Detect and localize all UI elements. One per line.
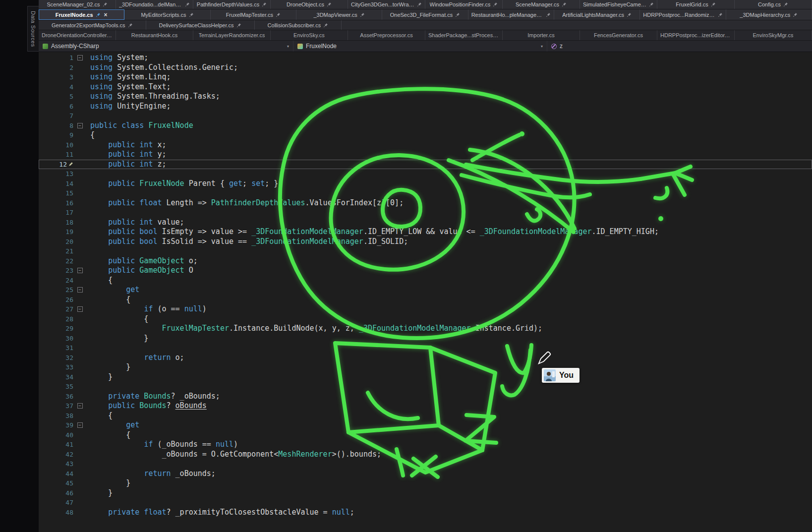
tab[interactable]: DroneOrientationController.cs <box>39 30 116 40</box>
code-line[interactable]: 28 { <box>39 314 812 324</box>
code-line[interactable]: 22 public GameObject o; <box>39 256 812 266</box>
tab[interactable]: RestaurantHook.cs <box>116 30 193 40</box>
tab[interactable]: ArtificialLightsManager.cs <box>554 9 640 20</box>
code-line[interactable]: 46 } <box>39 488 812 498</box>
tab[interactable]: RestaurantHo...pleManager.cs <box>468 9 554 20</box>
tab[interactable]: ShaderPackage...stProcessor.cs <box>425 30 503 40</box>
code-line[interactable]: 25− get <box>39 285 812 295</box>
tab[interactable]: EnviroSkyMgr.cs <box>735 30 812 40</box>
pin-icon[interactable] <box>627 12 632 17</box>
pin-icon[interactable] <box>236 23 241 28</box>
code-line[interactable]: 19 public bool IsEmpty => value >= _3DFo… <box>39 227 812 237</box>
pin-icon[interactable] <box>189 12 194 17</box>
fold-collapse-icon[interactable]: − <box>77 403 83 409</box>
tab[interactable]: MyEditorScripts.cs <box>124 9 210 20</box>
code-line-active[interactable]: 12 public int z; <box>39 160 812 170</box>
pin-icon[interactable] <box>262 2 267 7</box>
pin-icon[interactable] <box>185 2 190 7</box>
fold-collapse-icon[interactable]: − <box>77 422 83 428</box>
code-line[interactable]: 11 public int y; <box>39 150 812 160</box>
code-line[interactable]: 15 <box>39 188 812 198</box>
tab[interactable]: FencesGenerator.cs <box>580 30 657 40</box>
pin-icon[interactable] <box>323 23 328 28</box>
tab-active[interactable]: FruxelNode.cs× <box>39 9 124 20</box>
code-line[interactable]: 9{ <box>39 130 812 140</box>
code-line[interactable]: 32 return o; <box>39 353 812 363</box>
pin-icon[interactable] <box>562 2 567 7</box>
tab[interactable]: FruxelGrid.cs <box>657 0 735 9</box>
code-line[interactable]: 5using System.Threading.Tasks; <box>39 92 812 102</box>
pin-icon[interactable] <box>493 2 498 7</box>
code-line[interactable]: 31 <box>39 343 812 353</box>
code-line[interactable]: 20 public bool IsSolid => value == _3DFo… <box>39 237 812 247</box>
code-line[interactable]: 44 return _oBounds; <box>39 469 812 479</box>
code-editor[interactable]: 1−using System;2using System.Collections… <box>39 52 812 532</box>
code-line[interactable]: 29 FruxelMapTester.Instance.BuildNode(x,… <box>39 324 812 334</box>
code-line[interactable]: 23− public GameObject O <box>39 266 812 276</box>
code-line[interactable]: 37− public Bounds? oBounds <box>39 401 812 411</box>
fold-collapse-icon[interactable]: − <box>77 287 83 293</box>
code-line[interactable]: 18 public int value; <box>39 218 812 228</box>
tab[interactable]: Generator2ExportMapTools.cs <box>39 20 146 30</box>
tab[interactable]: HDRPPostproc...izerEditor.cs <box>657 30 735 40</box>
member-dropdown[interactable]: z <box>547 41 812 52</box>
code-line[interactable]: 39− get <box>39 420 812 430</box>
code-line[interactable]: 36 private Bounds? _oBounds; <box>39 392 812 402</box>
tab[interactable]: PathfinderDepthValues.cs <box>193 0 271 9</box>
code-line[interactable]: 21 <box>39 246 812 256</box>
tab[interactable]: WindowPositionFinder.cs <box>425 0 503 9</box>
code-line[interactable]: 48 private float? _proximityToClosestObs… <box>39 508 812 518</box>
code-line[interactable]: 8−public class FruxelNode <box>39 121 812 131</box>
code-line[interactable]: 40 { <box>39 430 812 440</box>
code-line[interactable]: 34 } <box>39 372 812 382</box>
code-line[interactable]: 30 } <box>39 334 812 344</box>
code-line[interactable]: 33 } <box>39 362 812 372</box>
pin-icon[interactable] <box>783 2 788 7</box>
pin-icon[interactable] <box>103 2 108 7</box>
code-line[interactable]: 27− if (o == null) <box>39 304 812 314</box>
tab[interactable]: DroneObject.cs <box>271 0 348 9</box>
tab[interactable]: EnviroSky.cs <box>271 30 348 40</box>
pin-icon[interactable] <box>417 2 422 7</box>
code-line[interactable]: 14 public FruxelNode Parent { get; set; … <box>39 179 812 189</box>
pin-icon[interactable] <box>360 12 365 17</box>
pin-icon[interactable] <box>276 12 281 17</box>
code-line[interactable]: 38 { <box>39 411 812 421</box>
tab[interactable]: HDRPPostproc...Randomizer.cs <box>640 9 726 20</box>
project-dropdown[interactable]: Assembly-CSharp ▾ <box>39 41 293 52</box>
code-line[interactable]: 3using System.Linq; <box>39 72 812 82</box>
pin-icon[interactable] <box>718 12 723 17</box>
pin-icon[interactable] <box>649 2 654 7</box>
code-line[interactable]: 47 <box>39 498 812 508</box>
pin-icon[interactable] <box>546 12 551 17</box>
pin-icon[interactable] <box>711 2 716 7</box>
pin-icon[interactable] <box>96 12 101 17</box>
tab[interactable]: _3DMapViewer.cs <box>296 9 382 20</box>
tab[interactable]: SimulatedFisheyeCamera.cs <box>580 0 657 9</box>
tab[interactable]: CollisionSubscriber.cs <box>255 20 342 30</box>
pin-icon[interactable] <box>327 2 332 7</box>
data-sources-tab[interactable]: Data Sources <box>27 6 39 52</box>
tab[interactable]: _3DFoundatio...delManager.cs <box>116 0 193 9</box>
pin-icon[interactable] <box>128 23 133 28</box>
code-line[interactable]: 42 _oBounds = O.GetComponent<MeshRendere… <box>39 450 812 460</box>
code-line[interactable]: 4using System.Text; <box>39 82 812 92</box>
code-line[interactable]: 6using UnityEngine; <box>39 102 812 112</box>
fold-collapse-icon[interactable]: − <box>77 123 83 128</box>
tab[interactable]: FruxelMapTester.cs <box>211 9 296 20</box>
tab[interactable]: TerrainLayerRandomizer.cs <box>193 30 271 40</box>
code-line[interactable]: 7 <box>39 111 812 121</box>
tab[interactable]: Config.cs <box>735 0 812 9</box>
code-line[interactable]: 35 <box>39 382 812 392</box>
tab[interactable]: AssetPreprocessor.cs <box>348 30 425 40</box>
tab[interactable]: SceneManager.cs <box>503 0 580 9</box>
tab[interactable]: _3DMapHierarchy.cs <box>726 9 812 20</box>
code-line[interactable]: 13 <box>39 169 812 179</box>
tab[interactable]: DeliverySurfaceClassHelper.cs <box>146 20 255 30</box>
code-line[interactable]: 26 { <box>39 295 812 305</box>
code-line[interactable]: 1−using System; <box>39 53 812 63</box>
code-line[interactable]: 45 } <box>39 478 812 488</box>
code-line[interactable]: 17 <box>39 208 812 218</box>
tab[interactable]: Importer.cs <box>503 30 580 40</box>
fold-collapse-icon[interactable]: − <box>77 268 83 273</box>
